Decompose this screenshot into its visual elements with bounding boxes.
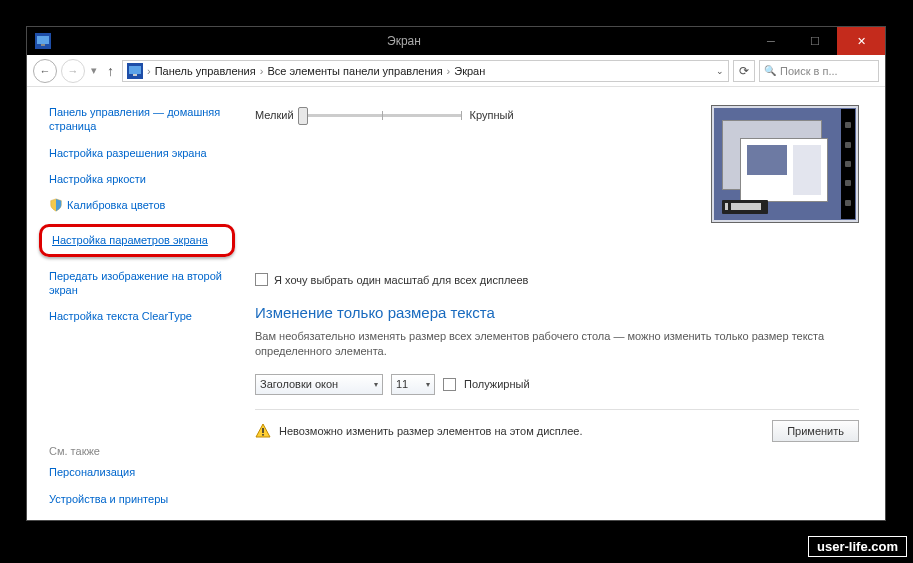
scale-small-label: Мелкий: [255, 109, 294, 121]
divider: [255, 409, 859, 410]
sidebar-home[interactable]: Панель управления — домашняя страница: [49, 105, 235, 134]
svg-rect-3: [133, 74, 137, 76]
bold-label: Полужирный: [464, 378, 530, 390]
sidebar-cleartype[interactable]: Настройка текста ClearType: [49, 309, 235, 323]
text-size-controls: Заголовки окон▾ 11▾ Полужирный: [255, 374, 859, 395]
refresh-button[interactable]: ⟳: [733, 60, 755, 82]
sidebar-devices[interactable]: Устройства и принтеры: [49, 492, 235, 506]
scale-row: Мелкий Крупный: [255, 105, 859, 223]
sidebar-calibration[interactable]: Калибровка цветов: [49, 198, 235, 212]
apply-button[interactable]: Применить: [772, 420, 859, 442]
sidebar-display-params[interactable]: Настройка параметров экрана: [39, 224, 235, 256]
scale-slider[interactable]: [302, 105, 462, 125]
watermark: user-life.com: [808, 536, 907, 557]
svg-rect-0: [37, 36, 49, 44]
navigation-bar: ← → ▾ ↑ › Панель управления › Все элемен…: [27, 55, 885, 87]
warning-text: Невозможно изменить размер элементов на …: [279, 425, 583, 437]
body-area: Панель управления — домашняя страница На…: [27, 87, 885, 520]
see-also-label: См. также: [49, 445, 235, 457]
shield-icon: [49, 198, 63, 212]
svg-rect-1: [41, 44, 45, 46]
chevron-right-icon: ›: [147, 65, 151, 77]
element-select[interactable]: Заголовки окон▾: [255, 374, 383, 395]
sidebar-resolution[interactable]: Настройка разрешения экрана: [49, 146, 235, 160]
svg-rect-5: [262, 434, 264, 436]
slider-thumb[interactable]: [298, 107, 308, 125]
breadcrumb-item[interactable]: Экран: [454, 65, 485, 77]
chevron-right-icon: ›: [447, 65, 451, 77]
section-title: Изменение только размера текста: [255, 304, 859, 321]
sidebar-second-screen[interactable]: Передать изображение на второй экран: [49, 269, 235, 298]
warning-icon: [255, 423, 271, 439]
chevron-down-icon: ▾: [426, 380, 430, 389]
history-dropdown-icon[interactable]: ▾: [91, 64, 97, 77]
chevron-down-icon: ▾: [374, 380, 378, 389]
forward-button[interactable]: →: [61, 59, 85, 83]
sidebar: Панель управления — домашняя страница На…: [27, 87, 245, 520]
breadcrumb-dropdown-icon[interactable]: ⌄: [716, 66, 724, 76]
back-button[interactable]: ←: [33, 59, 57, 83]
window-title: Экран: [59, 34, 749, 48]
content-pane: Мелкий Крупный: [245, 87, 885, 520]
svg-rect-2: [129, 66, 141, 74]
titlebar: Экран ─ ☐ ✕: [27, 27, 885, 55]
close-button[interactable]: ✕: [837, 27, 885, 55]
app-icon: [35, 33, 51, 49]
sidebar-brightness[interactable]: Настройка яркости: [49, 172, 235, 186]
monitor-icon: [127, 63, 143, 79]
up-button[interactable]: ↑: [103, 63, 118, 79]
control-panel-window: Экран ─ ☐ ✕ ← → ▾ ↑ › Панель управления …: [26, 26, 886, 521]
breadcrumb-item[interactable]: Все элементы панели управления: [267, 65, 442, 77]
window-buttons: ─ ☐ ✕: [749, 27, 885, 55]
maximize-button[interactable]: ☐: [793, 27, 837, 55]
sidebar-personalization[interactable]: Персонализация: [49, 465, 235, 479]
breadcrumb[interactable]: › Панель управления › Все элементы панел…: [122, 60, 729, 82]
chevron-right-icon: ›: [260, 65, 264, 77]
warning-row: Невозможно изменить размер элементов на …: [255, 420, 859, 442]
single-scale-row: Я хочу выбрать один масштаб для всех дис…: [255, 273, 859, 286]
scale-large-label: Крупный: [470, 109, 514, 121]
breadcrumb-item[interactable]: Панель управления: [155, 65, 256, 77]
size-select[interactable]: 11▾: [391, 374, 435, 395]
search-input[interactable]: Поиск в п...: [759, 60, 879, 82]
section-desc: Вам необязательно изменять размер всех э…: [255, 329, 859, 360]
single-scale-label: Я хочу выбрать один масштаб для всех дис…: [274, 274, 528, 286]
single-scale-checkbox[interactable]: [255, 273, 268, 286]
scale-labels: Мелкий Крупный: [255, 105, 514, 125]
minimize-button[interactable]: ─: [749, 27, 793, 55]
display-preview: [711, 105, 859, 223]
svg-rect-4: [262, 428, 264, 433]
bold-checkbox[interactable]: [443, 378, 456, 391]
